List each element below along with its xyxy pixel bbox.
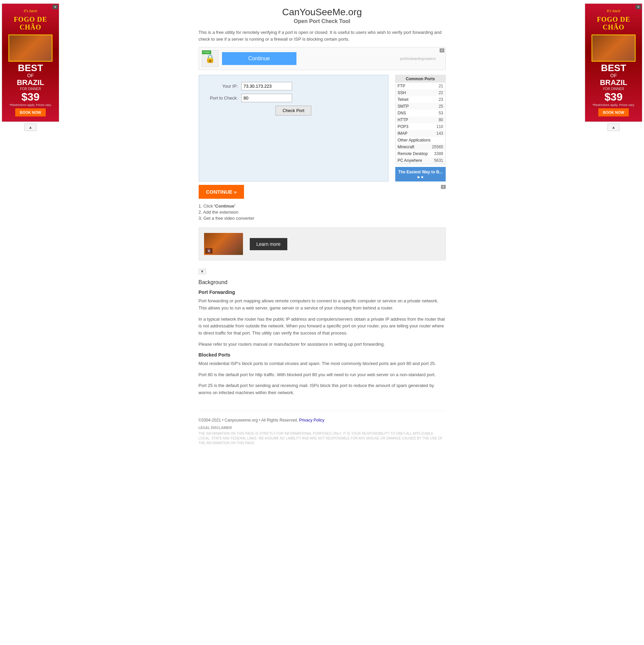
lock-icon: 🔒 [205, 54, 215, 63]
left-chevron-container: ▲ [2, 124, 59, 131]
video-ad-section: 🔇 Learn more [199, 228, 446, 260]
learn-more-button[interactable]: Learn more [250, 238, 288, 250]
chevron-down-icon: ▼ [200, 269, 204, 274]
bottom-chevron-area: ▼ [199, 267, 446, 276]
site-subtitle: Open Port Check Tool [199, 18, 446, 24]
left-ad-brazil: BRAZIL [17, 78, 44, 87]
right-chevron-up-button[interactable]: ▲ [607, 124, 620, 131]
port-forwarding-p1: Port forwarding or port mapping allows r… [199, 298, 446, 312]
port-number: 22 [430, 89, 445, 96]
ports-ad-sub: ▶ ■ [398, 175, 443, 179]
tool-box: Your IP: Port to Check: Check Port [199, 75, 388, 181]
blocked-ports-p3: Port 25 is the default port for sending … [199, 382, 446, 396]
port-name: POP3 [396, 123, 430, 130]
ports-ad: The Easiest Way to B... ▶ ■ [395, 167, 446, 181]
left-ad-of: OF [27, 73, 34, 78]
port-number: 110 [430, 123, 445, 130]
right-ad-of: OF [610, 73, 617, 78]
right-ad-brand: FOGO DE CHÃO [585, 16, 642, 31]
top-ad-small-text: portfordwardingmasters [400, 57, 436, 61]
port-number: 53 [430, 110, 445, 116]
common-ports-header: Common Ports [396, 75, 445, 83]
common-port-row: HTTP80 [396, 116, 445, 123]
right-ad-fordinner: FOR DINNER [603, 87, 624, 91]
step-3-num: 3. [199, 216, 203, 221]
step-1-text: Click 'Continue' [203, 203, 235, 209]
other-port-number: 5631 [430, 157, 445, 164]
left-ad-book-button[interactable]: BOOK NOW [15, 108, 46, 116]
port-number: 23 [430, 96, 445, 103]
top-ad-strip: FREE 🔒 Continue portfordwardingmasters ✕ [199, 47, 446, 70]
right-ad-book-button[interactable]: BOOK NOW [598, 108, 629, 116]
check-port-button[interactable]: Check Port [275, 106, 311, 115]
port-number: 80 [430, 116, 445, 123]
common-port-row: POP3110 [396, 123, 445, 130]
ports-table: Common Ports FTP21SSH22Telnet23SMTP25DNS… [395, 75, 446, 164]
orange-continue-button[interactable]: CONTINUE » [199, 185, 244, 199]
right-ad-itback: It's back [607, 9, 620, 13]
footer: ©2004-2021 • Canyouseeme.org • All Right… [199, 411, 446, 452]
left-ad-close[interactable]: ✕ [52, 5, 58, 9]
orange-ad-close[interactable]: ✕ [441, 185, 446, 189]
top-ad-continue-button[interactable]: Continue [222, 52, 296, 65]
common-port-row: IMAP143 [396, 130, 445, 137]
scroll-down-button[interactable]: ▼ [199, 269, 206, 274]
port-forwarding-p2: In a typical network the router has the … [199, 316, 446, 337]
background-title: Background [199, 279, 446, 285]
port-name: Telnet [396, 96, 430, 103]
port-number: 21 [430, 83, 445, 89]
port-name: IMAP [396, 130, 430, 137]
step-2-num: 2. [199, 210, 203, 215]
left-ad-itback: It's back [24, 9, 37, 13]
blocked-ports-p1: Most residential ISP's block ports to co… [199, 360, 446, 367]
port-name: FTP [396, 83, 430, 89]
top-ad-close[interactable]: ✕ [440, 48, 444, 52]
left-ad-best: BEST [18, 63, 43, 73]
your-ip-row: Your IP: [206, 82, 381, 90]
legal-title: LEGAL DISCLAIMER [199, 426, 446, 430]
port-input[interactable] [241, 94, 292, 102]
mute-icon: 🔇 [205, 248, 213, 254]
ports-ad-text: The Easiest Way to B... [398, 170, 443, 174]
step-1: 1. Click 'Continue' [199, 203, 446, 209]
top-section: ✕ It's back FOGO DE CHÃO BEST OF BRAZIL … [0, 0, 644, 452]
common-port-row: Telnet23 [396, 96, 445, 103]
main-content: CanYouSeeMe.org Open Port Check Tool Thi… [192, 0, 452, 452]
right-ad-restrictions: *Restrictions apply. Prices vary. [592, 103, 635, 107]
common-port-row: FTP21 [396, 83, 445, 89]
your-ip-input[interactable] [241, 82, 292, 90]
other-port-number: 25565 [430, 144, 445, 150]
step-2-text: Add the extension [203, 210, 238, 215]
legal-text: THE INFORMATION ON THIS PAGE IS STRICTLY… [199, 431, 446, 446]
site-description: This is a free utility for remotely veri… [199, 29, 446, 42]
left-chevron-up-button[interactable]: ▲ [24, 124, 37, 131]
right-ad-brazil: BRAZIL [600, 78, 627, 87]
orange-ad-section: CONTINUE » ✕ [199, 185, 446, 199]
site-title: CanYouSeeMe.org [199, 7, 446, 18]
lock-ad-icon-box: FREE 🔒 [202, 50, 219, 67]
port-label: Port to Check: [206, 95, 238, 101]
other-port-name: Remote Desktop [396, 150, 430, 157]
privacy-policy-link[interactable]: Privacy Policy [299, 418, 325, 423]
background-section: Background Port Forwarding Port forwardi… [199, 276, 446, 404]
video-thumb-inner: 🔇 [204, 233, 243, 255]
right-ad-best: BEST [601, 63, 626, 73]
steps-list: 1. Click 'Continue' 2. Add the extension… [199, 203, 446, 221]
copyright-text: ©2004-2021 • Canyouseeme.org • All Right… [199, 418, 298, 423]
other-ports-header: Other Applications [396, 137, 445, 144]
footer-legal: LEGAL DISCLAIMER THE INFORMATION ON THIS… [199, 426, 446, 446]
free-tag: FREE [202, 50, 211, 54]
step-2: 2. Add the extension [199, 210, 446, 215]
footer-copyright: ©2004-2021 • Canyouseeme.org • All Right… [199, 418, 446, 423]
port-name: HTTP [396, 116, 430, 123]
common-port-row: SSH22 [396, 89, 445, 96]
right-ad-close[interactable]: ✕ [636, 5, 641, 9]
right-ad-image [592, 35, 636, 62]
other-port-row: PC Anywhere5631 [396, 157, 445, 164]
step-3-text: Get a free video converter [203, 216, 254, 221]
left-ad-box: ✕ It's back FOGO DE CHÃO BEST OF BRAZIL … [2, 3, 59, 122]
tool-and-ports-section: Your IP: Port to Check: Check Port C [199, 75, 446, 181]
other-port-number: 3389 [430, 150, 445, 157]
blocked-ports-title: Blocked Ports [199, 352, 446, 358]
right-ad-box: ✕ It's back FOGO DE CHÃO BEST OF BRAZIL … [585, 3, 642, 122]
